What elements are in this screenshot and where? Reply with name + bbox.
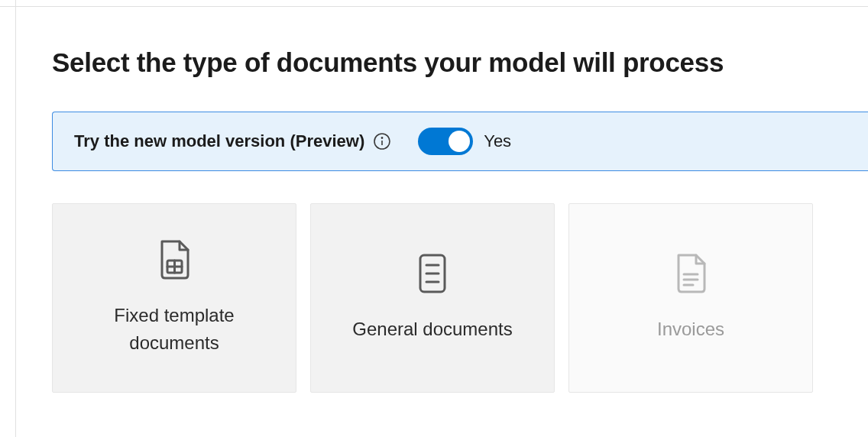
preview-banner: Try the new model version (Preview) Yes [52,112,868,171]
fixed-template-document-icon [157,239,192,280]
invoice-document-icon [673,253,708,294]
card-general-documents[interactable]: General documents [310,203,555,393]
card-fixed-template-documents[interactable]: Fixed template documents [52,203,296,393]
document-type-cards: Fixed template documents General documen… [52,203,868,393]
card-invoices[interactable]: Invoices [568,203,813,393]
svg-point-2 [382,138,383,138]
preview-toggle-status: Yes [484,131,511,151]
card-label: General documents [352,316,512,343]
preview-banner-label: Try the new model version (Preview) [74,131,364,151]
page-title: Select the type of documents your model … [52,47,868,78]
card-label: Invoices [657,316,724,343]
preview-toggle[interactable] [418,128,473,155]
card-label: Fixed template documents [68,302,280,357]
general-document-icon [415,253,450,294]
info-icon[interactable] [374,133,390,150]
